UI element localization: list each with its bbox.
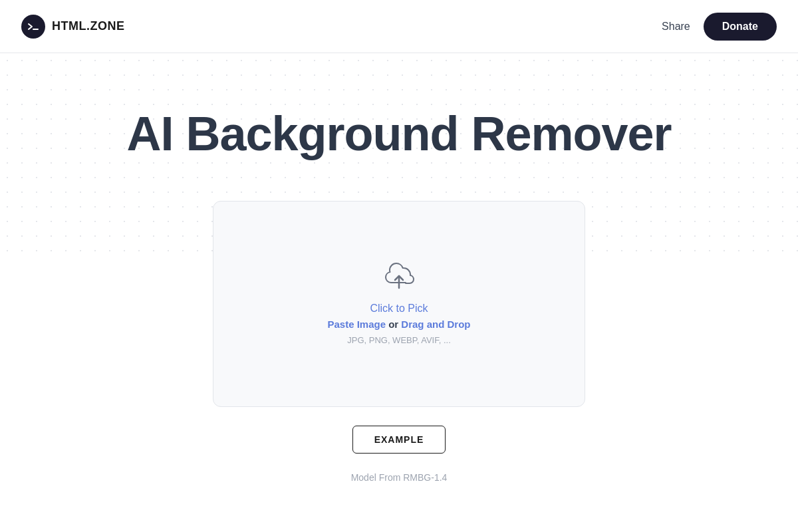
drag-drop-label: Drag and Drop [401, 319, 470, 330]
or-text: or [388, 319, 398, 330]
upload-paste-text: Paste Image or Drag and Drop [327, 319, 470, 330]
upload-icon [383, 263, 415, 292]
donate-button[interactable]: Donate [704, 13, 777, 41]
share-button[interactable]: Share [662, 21, 690, 33]
logo-text: HTML.ZONE [52, 19, 125, 33]
header-actions: Share Donate [662, 13, 777, 41]
model-text: Model From RMBG-1.4 [351, 472, 448, 483]
logo-icon [21, 15, 45, 39]
paste-label: Paste Image [327, 319, 386, 330]
page-title: AI Background Remover [126, 106, 671, 161]
header: HTML.ZONE Share Donate [0, 0, 798, 53]
upload-zone[interactable]: Click to Pick Paste Image or Drag and Dr… [213, 201, 585, 407]
logo-area[interactable]: HTML.ZONE [21, 15, 125, 39]
example-button[interactable]: EXAMPLE [352, 426, 446, 454]
main-content: AI Background Remover Click to Pick Past… [0, 53, 798, 509]
upload-click-to-pick: Click to Pick [370, 303, 428, 315]
upload-formats: JPG, PNG, WEBP, AVIF, ... [347, 335, 451, 345]
